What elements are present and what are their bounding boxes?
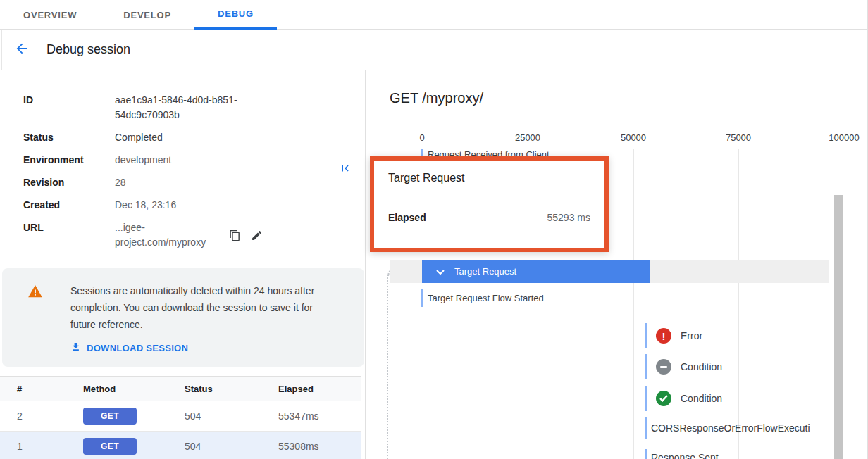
- event-row-condition-unmet[interactable]: Condition: [645, 354, 722, 379]
- notice-text: Sessions are automatically deleted withi…: [70, 282, 338, 333]
- event-tick: [645, 386, 647, 411]
- event-label: Condition: [681, 361, 722, 372]
- method-badge: GET: [83, 408, 137, 425]
- download-session-button[interactable]: DOWNLOAD SESSION: [70, 341, 338, 354]
- tooltip-elapsed-label: Elapsed: [388, 212, 426, 223]
- transaction-row[interactable]: 2 GET 504 55347ms: [0, 401, 361, 432]
- page-header: Debug session: [0, 30, 867, 70]
- event-tick: [645, 417, 647, 439]
- session-field-row: URL ...igee-project.com/myproxy: [23, 220, 365, 250]
- tooltip-title: Target Request: [388, 172, 590, 184]
- download-icon: [70, 341, 81, 354]
- session-id-value: aae1c9a1-5846-4d0d-b851-54dc9c70903b: [115, 93, 263, 122]
- debug-session-page: OVERVIEW DEVELOP DEBUG Debug session ID …: [0, 0, 868, 459]
- tab-bar: OVERVIEW DEVELOP DEBUG: [0, 0, 867, 30]
- timeline-panel: GET /myproxy/ 0 25000 50000 75000 100000…: [365, 70, 867, 459]
- transactions-header-row: # Method Status Elapsed: [0, 376, 361, 401]
- session-field-row: Revision 28: [23, 175, 365, 190]
- edit-icon[interactable]: [251, 230, 263, 241]
- copy-icon[interactable]: [229, 230, 241, 241]
- condition-unmet-icon: [656, 359, 671, 375]
- session-environment-value: development: [115, 153, 171, 168]
- target-request-bar-label: Target Request: [454, 266, 516, 277]
- gridline-75000: [738, 149, 739, 459]
- transaction-elapsed: 55347ms: [278, 410, 361, 422]
- notice-body: Sessions are automatically deleted withi…: [70, 282, 338, 354]
- transaction-num: 2: [17, 410, 83, 422]
- field-label: Status: [23, 130, 115, 145]
- col-header-method: Method: [83, 384, 185, 394]
- session-details: ID aae1c9a1-5846-4d0d-b851-54dc9c70903b …: [0, 70, 365, 250]
- session-field-row: ID aae1c9a1-5846-4d0d-b851-54dc9c70903b: [23, 93, 365, 122]
- retention-notice: Sessions are automatically deleted withi…: [2, 268, 364, 367]
- event-tick: [645, 354, 647, 379]
- session-url-cell: ...igee-project.com/myproxy: [115, 220, 263, 250]
- event-row-cors-flow[interactable]: CORSResponseOrErrorFlowExecuti: [645, 417, 810, 439]
- field-label: URL: [23, 220, 115, 250]
- session-status-value: Completed: [115, 130, 163, 145]
- event-label: Response Sent: [651, 452, 719, 459]
- session-revision-value: 28: [115, 175, 126, 190]
- target-request-tooltip: Target Request Elapsed 55293 ms: [370, 156, 609, 252]
- axis-tick-50000: 50000: [621, 132, 646, 143]
- collapse-panel-button[interactable]: [339, 162, 352, 177]
- transactions-table: # Method Status Elapsed 2 GET 504 55347m…: [0, 376, 361, 459]
- axis-tick-100000: 100000: [829, 132, 859, 143]
- axis-tick-75000: 75000: [726, 132, 751, 143]
- tab-debug[interactable]: DEBUG: [194, 0, 277, 30]
- session-created-value: Dec 18, 23:16: [115, 198, 176, 213]
- collapse-left-icon: [339, 165, 352, 177]
- event-row-response-sent[interactable]: Response Sent: [645, 449, 719, 459]
- event-tick: [645, 449, 647, 459]
- session-field-row: Created Dec 18, 23:16: [23, 198, 365, 213]
- target-request-bar[interactable]: Target Request: [422, 260, 650, 283]
- transaction-elapsed: 55308ms: [278, 441, 361, 452]
- session-field-row: Status Completed: [23, 130, 365, 145]
- tab-overview[interactable]: OVERVIEW: [0, 0, 100, 30]
- transaction-num: 1: [17, 441, 83, 452]
- timeline-title: GET /myproxy/: [390, 90, 483, 106]
- field-label: Created: [23, 198, 115, 213]
- field-label: Environment: [23, 153, 115, 168]
- session-field-row: Environment development: [23, 153, 365, 168]
- tooltip-elapsed-row: Elapsed 55293 ms: [388, 212, 590, 223]
- method-badge: GET: [83, 438, 137, 455]
- gridline-50000: [633, 149, 634, 459]
- page-title: Debug session: [46, 42, 130, 57]
- vertical-scrollbar[interactable]: [834, 195, 843, 459]
- event-label: CORSResponseOrErrorFlowExecuti: [651, 422, 810, 434]
- transaction-row-selected[interactable]: 1 GET 504 55308ms: [0, 432, 361, 459]
- event-row-error[interactable]: ! Error: [645, 323, 702, 348]
- col-header-status: Status: [185, 384, 278, 394]
- condition-met-icon: [656, 391, 671, 406]
- tooltip-elapsed-value: 55293 ms: [547, 212, 590, 223]
- flow-started-event: Target Request Flow Started: [428, 293, 544, 303]
- col-header-num: #: [17, 384, 83, 394]
- tooltip-divider: [388, 196, 590, 196]
- event-label: Condition: [681, 393, 722, 404]
- transaction-status: 504: [185, 441, 278, 452]
- session-panel: ID aae1c9a1-5846-4d0d-b851-54dc9c70903b …: [0, 70, 365, 459]
- event-tick: [645, 323, 647, 348]
- back-arrow-icon: [14, 41, 30, 59]
- download-session-label: DOWNLOAD SESSION: [87, 343, 188, 353]
- field-label: Revision: [23, 175, 115, 190]
- axis-tick-25000: 25000: [515, 132, 540, 143]
- error-icon: !: [656, 328, 671, 344]
- warning-icon: [28, 285, 42, 354]
- axis-tick-0: 0: [419, 132, 424, 143]
- session-url-value: ...igee-project.com/myproxy: [115, 220, 219, 250]
- back-button[interactable]: [13, 41, 31, 59]
- transaction-status: 504: [185, 410, 278, 422]
- event-row-condition-met[interactable]: Condition: [645, 386, 722, 411]
- flow-connector-line: [387, 275, 388, 459]
- col-header-elapsed: Elapsed: [278, 384, 361, 394]
- tab-develop[interactable]: DEVELOP: [100, 0, 194, 30]
- event-label: Error: [681, 330, 702, 341]
- field-label: ID: [23, 93, 115, 122]
- event-tick: [421, 289, 423, 307]
- chevron-down-icon: [436, 265, 445, 278]
